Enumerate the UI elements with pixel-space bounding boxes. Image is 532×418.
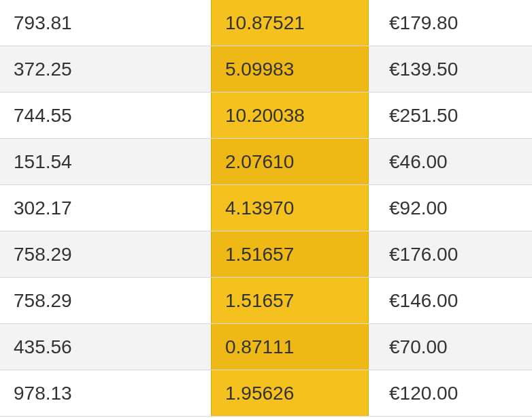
table-row: 151.54 2.07610 €46.00 <box>0 139 532 185</box>
cell-value-2: 4.13970 <box>211 185 369 231</box>
cell-value-1: 978.13 <box>0 370 211 416</box>
cell-value-3: €46.00 <box>369 139 532 184</box>
table-row: 758.29 1.51657 €146.00 <box>0 278 532 324</box>
cell-value-2: 10.87521 <box>211 0 369 46</box>
cell-value-1: 302.17 <box>0 185 211 231</box>
table-row: 758.29 1.51657 €176.00 <box>0 231 532 278</box>
cell-value-2: 5.09983 <box>211 46 369 92</box>
table-row: 793.81 10.87521 €179.80 <box>0 0 532 46</box>
cell-value-1: 151.54 <box>0 139 211 184</box>
cell-value-3: €92.00 <box>369 185 532 231</box>
table-row: 302.17 4.13970 €92.00 <box>0 185 532 231</box>
cell-value-3: €120.00 <box>369 370 532 416</box>
cell-value-1: 793.81 <box>0 0 211 46</box>
table-row: 744.55 10.20038 €251.50 <box>0 93 532 139</box>
cell-value-3: €176.00 <box>369 231 532 277</box>
cell-value-3: €251.50 <box>369 93 532 138</box>
cell-value-3: €70.00 <box>369 324 532 370</box>
cell-value-2: 1.51657 <box>211 231 369 277</box>
cell-value-2: 2.07610 <box>211 139 369 184</box>
data-table: 793.81 10.87521 €179.80 372.25 5.09983 €… <box>0 0 532 417</box>
cell-value-1: 744.55 <box>0 93 211 138</box>
cell-value-2: 10.20038 <box>211 93 369 138</box>
cell-value-1: 435.56 <box>0 324 211 370</box>
table-row: 372.25 5.09983 €139.50 <box>0 46 532 93</box>
cell-value-1: 758.29 <box>0 278 211 323</box>
cell-value-2: 1.51657 <box>211 278 369 323</box>
cell-value-3: €139.50 <box>369 46 532 92</box>
cell-value-2: 1.95626 <box>211 370 369 416</box>
table-row: 978.13 1.95626 €120.00 <box>0 370 532 417</box>
cell-value-2: 0.87111 <box>211 324 369 370</box>
table-row: 435.56 0.87111 €70.00 <box>0 324 532 370</box>
cell-value-3: €146.00 <box>369 278 532 323</box>
cell-value-3: €179.80 <box>369 0 532 46</box>
cell-value-1: 758.29 <box>0 231 211 277</box>
cell-value-1: 372.25 <box>0 46 211 92</box>
